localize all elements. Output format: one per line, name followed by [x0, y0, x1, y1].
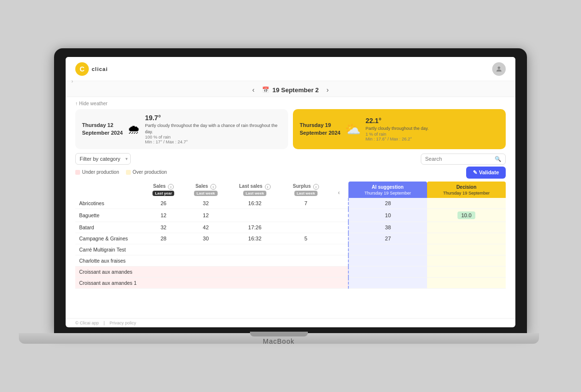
data-cell — [143, 266, 184, 277]
col-last-sales-label: Last sales — [239, 183, 263, 189]
filter-select-wrapper: Filter by category ▾ — [75, 153, 131, 165]
under-prod-dot — [75, 170, 80, 175]
data-cell — [282, 244, 330, 255]
product-name-cell: Croissant aux amandes — [75, 266, 143, 277]
svg-point-0 — [498, 66, 500, 69]
past-weather-details: 19.7° Partly cloudy throughout the day w… — [145, 114, 281, 144]
current-weather-details: 22.1° Partly cloudy throughout the day. … — [365, 117, 499, 141]
product-name-cell: Campagne & Graines — [75, 233, 143, 244]
data-cell: 42 — [184, 222, 228, 233]
logo-area: C clicai — [75, 62, 108, 76]
weather-section: ↑ Hide weather Thursday 12 September 202… — [75, 101, 506, 149]
data-cell[interactable] — [427, 266, 506, 277]
past-weather-icon: 🌧 — [127, 123, 140, 136]
data-cell[interactable] — [427, 198, 506, 209]
col-sales-ly-label: Sales — [153, 183, 166, 189]
data-table-wrapper: Sales i Last year Sales i Last week — [75, 182, 506, 288]
product-name-cell: Charlotte aux fraises — [75, 255, 143, 266]
col-toggle-icon[interactable]: ‹ — [336, 189, 342, 196]
logo-text: clicai — [92, 66, 108, 72]
data-cell: 32 — [143, 222, 184, 233]
hide-weather-label: ↑ Hide weather — [75, 101, 108, 106]
data-cell[interactable] — [427, 255, 506, 266]
data-cell — [282, 277, 330, 288]
hide-weather-button[interactable]: ↑ Hide weather — [75, 101, 506, 106]
calendar-icon: 📅 — [262, 86, 269, 93]
data-cell: 32 — [184, 198, 228, 209]
data-cell[interactable] — [427, 244, 506, 255]
data-cell — [227, 244, 282, 255]
data-cell: 17:26 — [227, 222, 282, 233]
current-weather-temp: 22.1° — [365, 117, 499, 125]
data-cell: 26 — [143, 198, 184, 209]
table-row: Batard324217:2638 — [75, 222, 506, 233]
current-weather-date: Thursday 19 September 2024 — [300, 122, 340, 137]
sales-ly-badge: Last year — [152, 191, 174, 196]
data-cell: 28 — [143, 233, 184, 244]
data-cell — [227, 277, 282, 288]
footer-copyright: © Clicai app — [75, 321, 99, 325]
product-name-cell: Baguette — [75, 209, 143, 222]
data-cell: 28 — [348, 198, 427, 209]
past-weather-card: Thursday 12 September 2024 🌧 19.7° Partl… — [75, 109, 288, 149]
search-input[interactable] — [425, 156, 493, 162]
product-name-cell: Abricotines — [75, 198, 143, 209]
col-last-sales: Last sales i Last week — [227, 182, 282, 197]
data-cell[interactable] — [427, 233, 506, 244]
decision-sub: Thursday 19 September — [432, 191, 501, 196]
sales-lw-info-icon: i — [210, 184, 216, 190]
data-cell — [330, 209, 348, 222]
data-cell[interactable]: 10.0 — [427, 209, 506, 222]
data-cell — [143, 244, 184, 255]
over-prod-label: Over production — [133, 169, 167, 175]
data-cell: 27 — [348, 233, 427, 244]
footer-privacy-link[interactable]: Privacy policy — [110, 321, 136, 325]
user-avatar[interactable] — [492, 62, 506, 76]
past-weather-date: Thursday 12 September 2024 — [82, 122, 123, 137]
data-cell: 16:32 — [227, 198, 282, 209]
app-header: C clicai — [66, 57, 515, 81]
production-table: Sales i Last year Sales i Last week — [75, 182, 506, 288]
data-cell — [184, 277, 228, 288]
date-label: 19 September 2 — [272, 86, 318, 94]
sidebar-toggle[interactable]: › — [69, 77, 75, 86]
current-weather-rain: 1 % of rain — [365, 132, 499, 137]
table-row: Croissant aux amandes 1 — [75, 277, 506, 288]
validate-button[interactable]: ✎ Validate — [466, 167, 506, 179]
surplus-badge: Last week — [294, 191, 318, 196]
col-surplus-label: Surplus — [293, 183, 311, 189]
data-cell — [282, 255, 330, 266]
filter-select[interactable]: Filter by category — [75, 153, 131, 165]
table-row: Charlotte aux fraises — [75, 255, 506, 266]
col-sales-lw-label: Sales — [195, 183, 208, 189]
data-cell — [184, 255, 228, 266]
data-cell — [348, 244, 427, 255]
data-cell — [282, 222, 330, 233]
col-sales-lw: Sales i Last week — [184, 182, 228, 197]
data-cell: 30 — [184, 233, 228, 244]
main-content: ↑ Hide weather Thursday 12 September 202… — [66, 97, 515, 318]
col-surplus: Surplus i Last week — [282, 182, 330, 197]
decision-label: Decision — [432, 184, 501, 190]
date-nav-center: 📅 19 September 2 — [262, 86, 318, 94]
data-cell — [348, 277, 427, 288]
last-sales-info-icon: i — [265, 184, 271, 190]
data-cell — [227, 209, 282, 222]
col-toggle[interactable]: ‹ — [330, 182, 348, 197]
data-cell: 16:32 — [227, 233, 282, 244]
data-cell[interactable] — [427, 222, 506, 233]
data-cell — [227, 266, 282, 277]
app-footer: © Clicai app | Privacy policy — [66, 318, 515, 327]
weather-cards: Thursday 12 September 2024 🌧 19.7° Partl… — [75, 109, 506, 149]
product-name-cell: Batard — [75, 222, 143, 233]
data-cell: 5 — [282, 233, 330, 244]
col-sales-ly: Sales i Last year — [143, 182, 184, 197]
data-cell: 12 — [143, 209, 184, 222]
data-cell[interactable] — [427, 277, 506, 288]
data-cell — [330, 255, 348, 266]
data-cell — [143, 277, 184, 288]
legend-over: Over production — [126, 169, 167, 175]
next-date-button[interactable]: › — [324, 85, 332, 95]
prev-date-button[interactable]: ‹ — [249, 85, 258, 95]
current-weather-icon: ⛅ — [345, 123, 360, 136]
